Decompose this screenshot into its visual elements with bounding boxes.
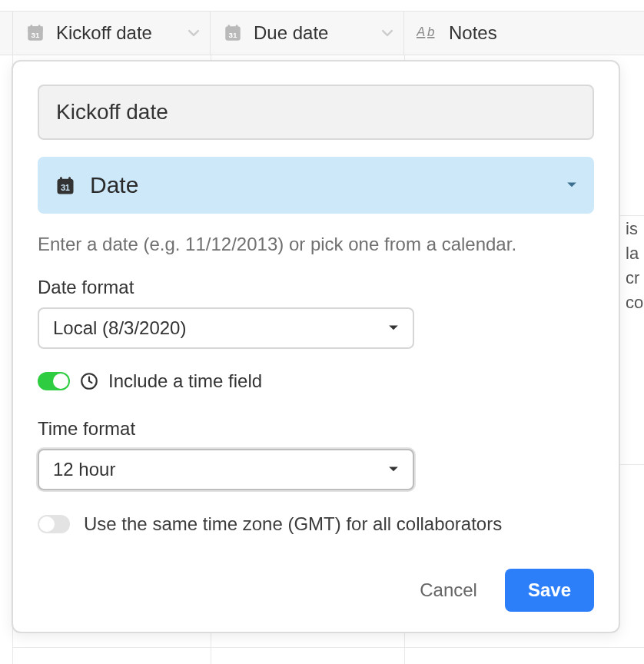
clock-icon	[79, 371, 99, 391]
field-name-input[interactable]	[38, 85, 594, 140]
cell-text-cropped: islacrco	[626, 217, 644, 315]
grid-hline	[12, 647, 644, 648]
include-time-label: Include a time field	[108, 370, 262, 392]
toggle-knob	[39, 516, 55, 532]
cancel-button[interactable]: Cancel	[415, 572, 482, 609]
gmt-row: Use the same time zone (GMT) for all col…	[38, 513, 594, 535]
svg-rect-2	[31, 25, 33, 28]
column-header-label: Notes	[449, 22, 497, 44]
caret-down-icon	[388, 466, 399, 473]
svg-text:b: b	[427, 25, 434, 39]
popover-footer: Cancel Save	[38, 569, 594, 612]
svg-text:A: A	[417, 25, 425, 39]
svg-rect-6	[228, 25, 231, 28]
time-format-label: Time format	[38, 418, 594, 440]
column-header-kickoff[interactable]: 31 Kickoff date	[12, 12, 211, 55]
column-header-label: Due date	[254, 22, 328, 44]
chevron-down-icon[interactable]	[382, 29, 393, 37]
helper-text: Enter a date (e.g. 11/12/2013) or pick o…	[38, 232, 594, 257]
date-format-select[interactable]: Local (8/3/2020)	[38, 307, 414, 349]
gmt-toggle[interactable]	[38, 515, 70, 533]
column-header-notes[interactable]: Ab Notes	[404, 12, 644, 55]
time-format-select[interactable]: 12 hour	[38, 449, 414, 490]
notes-icon: Ab	[417, 25, 438, 42]
calendar-icon: 31	[223, 23, 243, 43]
field-type-label: Date	[90, 172, 138, 198]
date-format-value: Local (8/3/2020)	[53, 317, 186, 339]
date-format-label: Date format	[38, 277, 594, 298]
svg-text:31: 31	[229, 31, 237, 39]
caret-down-icon	[566, 181, 577, 189]
save-button[interactable]: Save	[505, 569, 594, 612]
field-type-select[interactable]: 31 Date	[38, 157, 594, 214]
include-time-row: Include a time field	[38, 370, 594, 392]
calendar-icon: 31	[25, 23, 45, 43]
svg-rect-12	[60, 177, 62, 181]
chevron-down-icon[interactable]	[188, 29, 199, 37]
svg-text:31: 31	[61, 183, 70, 192]
svg-rect-13	[68, 177, 71, 181]
column-header-label: Kickoff date	[56, 22, 152, 44]
svg-rect-7	[236, 25, 238, 28]
svg-rect-3	[38, 25, 41, 28]
calendar-icon: 31	[55, 175, 75, 195]
time-format-value: 12 hour	[53, 459, 115, 480]
include-time-toggle[interactable]	[38, 372, 70, 390]
caret-down-icon	[388, 324, 399, 332]
column-header-due[interactable]: 31 Due date	[211, 12, 404, 55]
column-header-row: 31 Kickoff date 31 Due date Ab Notes	[0, 11, 644, 55]
gmt-label: Use the same time zone (GMT) for all col…	[84, 513, 502, 535]
svg-text:31: 31	[32, 31, 40, 39]
field-config-popover: 31 Date Enter a date (e.g. 11/12/2013) o…	[12, 60, 620, 633]
toggle-knob	[53, 374, 68, 389]
